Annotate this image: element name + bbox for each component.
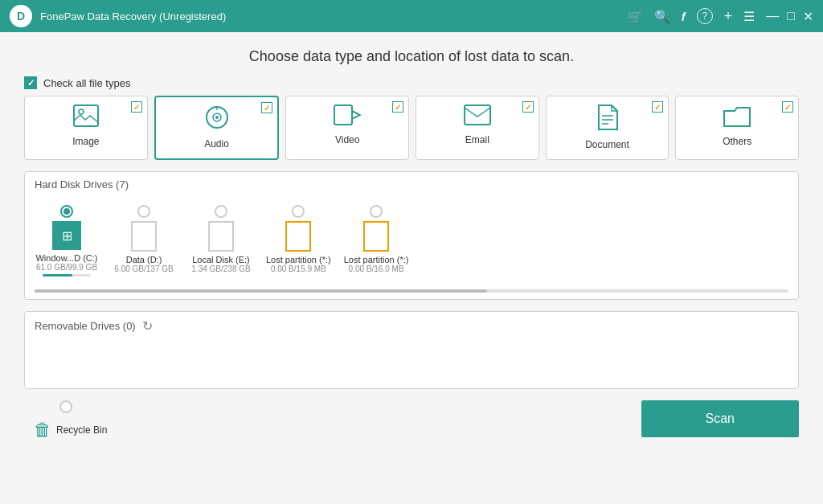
check-all-label: Check all file types [43,77,130,89]
check-all-checkbox[interactable] [24,76,37,89]
removable-drives-body [25,340,798,388]
hard-disk-header: Hard Disk Drives (7) [25,172,798,197]
check-all-row: Check all file types [24,76,799,89]
video-checkbox[interactable] [392,101,403,113]
file-type-card-others[interactable]: Others [675,96,799,160]
drive-c-icon-container: ⊞ [52,221,81,250]
drive-c-radio[interactable] [60,205,73,218]
audio-icon [205,105,229,135]
drive-d[interactable]: Data (D:) 6.00 GB/137 GB [112,205,176,273]
windows-icon: ⊞ [52,221,81,250]
recycle-bin-icon: 🗑 [34,420,51,440]
drive-lost1-icon-container [285,221,311,252]
drive-lost2-size: 0.00 B/16.0 MB [349,264,404,273]
scan-button-row: Scan [641,400,799,441]
hard-disk-scrollbar-thumb [35,289,487,293]
drive-e-size: 1.34 GB/238 GB [191,264,250,273]
drive-lost2[interactable]: Lost partition (*:) 0.00 B/16.0 MB [344,205,409,273]
document-label: Document [585,139,629,150]
main-content: Choose data type and location of lost da… [0,32,823,504]
drive-lost2-radio[interactable] [370,205,383,218]
scan-button[interactable]: Scan [641,400,799,437]
menu-icon[interactable]: ☰ [743,9,755,24]
svg-marker-7 [352,111,360,119]
drive-e-icon [208,221,234,252]
audio-checkbox[interactable] [261,102,272,113]
bottom-row: 🗑 Recycle Bin Scan [24,400,799,441]
window-controls: — □ ✕ [766,9,813,24]
drive-lost2-icon-container [363,221,389,252]
drive-lost1-radio[interactable] [292,205,305,218]
drive-d-icon-container [131,221,157,252]
file-types-row: Image Audio [24,96,799,160]
drive-lost2-icon [363,221,389,252]
image-label: Image [72,136,99,147]
app-title: FonePaw Data Recovery (Unregistered) [40,10,627,23]
page-title: Choose data type and location of lost da… [24,48,799,65]
removable-drives-section: Removable Drives (0) ↻ [24,311,799,389]
drive-c-name: Window...D (C:) [35,253,97,263]
drive-e-radio[interactable] [215,205,227,218]
close-button[interactable]: ✕ [803,9,813,24]
cart-icon[interactable]: 🛒 [627,9,643,24]
others-checkbox[interactable] [782,101,793,113]
hard-disk-label: Hard Disk Drives (7) [35,178,129,191]
recycle-radio-row [59,400,72,416]
svg-rect-6 [334,105,352,125]
recycle-bin-item[interactable]: 🗑 Recycle Bin [34,420,107,440]
drive-e-name: Local Disk (E:) [192,255,250,264]
drive-lost1-icon [285,221,311,252]
drive-d-size: 6.00 GB/137 GB [114,264,173,273]
recycle-bin-radio[interactable] [59,400,72,413]
drive-e[interactable]: Local Disk (E:) 1.34 GB/238 GB [189,205,253,273]
others-label: Others [723,136,751,147]
refresh-icon[interactable]: ↻ [142,318,153,334]
drive-d-icon [131,221,157,252]
drive-d-radio[interactable] [137,205,150,218]
svg-point-4 [215,116,219,119]
svg-rect-8 [465,105,490,125]
drive-e-icon-container [208,221,234,252]
drive-c-progress [43,274,91,277]
file-type-card-audio[interactable]: Audio [154,96,280,160]
svg-point-1 [79,109,84,114]
drive-c-progress-bar [43,274,72,277]
document-checkbox[interactable] [652,101,663,113]
file-type-card-video[interactable]: Video [285,96,409,160]
audio-label: Audio [204,138,229,150]
drive-lost2-name: Lost partition (*:) [344,255,409,264]
email-checkbox[interactable] [522,101,534,113]
help-icon[interactable]: ? [697,8,713,24]
file-type-card-image[interactable]: Image [24,96,148,160]
video-icon [334,104,361,131]
hard-disk-section: Hard Disk Drives (7) ⊞ Window...D (C:) 6… [24,171,799,300]
hard-disk-body: ⊞ Window...D (C:) 61.0 GB/99.9 GB Data (… [25,197,798,286]
file-type-section: Check all file types Image [24,76,799,160]
file-type-card-document[interactable]: Document [546,96,669,160]
others-icon [723,104,751,133]
titlebar: D FonePaw Data Recovery (Unregistered) 🛒… [0,0,823,32]
recycle-bin-section: 🗑 Recycle Bin [24,400,117,440]
drive-c[interactable]: ⊞ Window...D (C:) 61.0 GB/99.9 GB [35,205,99,277]
maximize-button[interactable]: □ [787,9,795,23]
app-logo: D [10,5,32,27]
drive-lost1-size: 0.00 B/15.9 MB [271,264,326,273]
video-label: Video [335,134,359,145]
minimize-button[interactable]: — [766,9,779,23]
drive-d-name: Data (D:) [126,255,162,264]
search-icon[interactable]: 🔍 [654,9,670,24]
image-icon [73,104,99,133]
facebook-icon[interactable]: f [682,10,686,23]
plus-icon[interactable]: + [724,8,733,25]
image-checkbox[interactable] [131,101,142,113]
file-type-card-email[interactable]: Email [416,96,539,160]
removable-drives-header: Removable Drives (0) ↻ [25,312,798,340]
hard-disk-scrollbar[interactable] [35,289,788,293]
drive-c-size: 61.0 GB/99.9 GB [36,263,97,272]
document-icon [597,104,618,136]
email-icon [464,104,491,131]
removable-drives-label: Removable Drives (0) [35,320,136,332]
drive-lost1-name: Lost partition (*:) [266,255,331,264]
drive-lost1[interactable]: Lost partition (*:) 0.00 B/15.9 MB [266,205,331,273]
svg-rect-0 [74,105,98,126]
